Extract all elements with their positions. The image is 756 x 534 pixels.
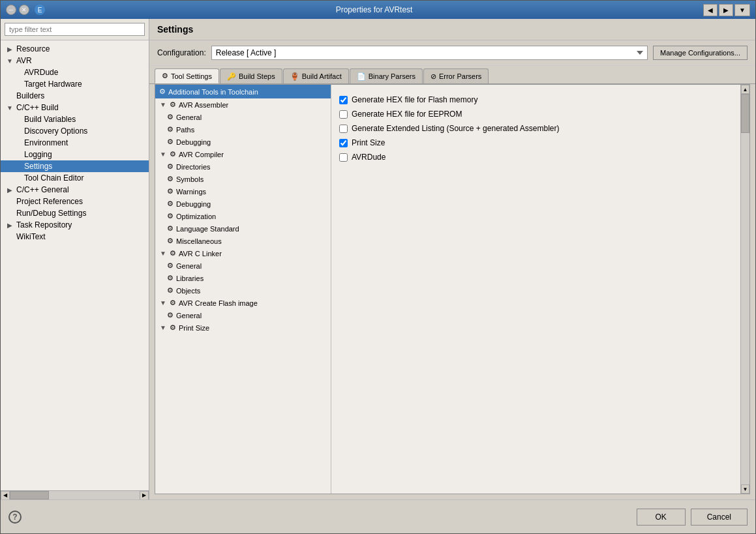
avrdude-label: AVRDude	[352, 153, 386, 162]
tab-tool-settings[interactable]: ⚙ Tool Settings	[155, 68, 219, 83]
tab-binary-parsers[interactable]: 📄 Binary Parsers	[350, 68, 423, 83]
sidebar-item-avr[interactable]: ▼ AVR	[1, 55, 149, 67]
tab-build-artifact-label: Build Artifact	[302, 72, 342, 80]
sidebar-item-wikitext[interactable]: WikiText	[1, 231, 149, 243]
sidebar-item-c-cpp-general[interactable]: ▶ C/C++ General	[1, 184, 149, 196]
config-select[interactable]: Release [ Active ]	[211, 46, 648, 60]
avrdude-checkbox[interactable]	[339, 153, 348, 162]
close-btn[interactable]: ✕	[19, 5, 29, 15]
settings-item-avr-asm-debugging[interactable]: ⚙ Debugging	[155, 136, 331, 148]
sidebar-item-c-cpp-build[interactable]: ▼ C/C++ Build	[1, 102, 149, 113]
settings-item-avr-comp-symbols[interactable]: ⚙ Symbols	[155, 173, 331, 185]
cancel-button[interactable]: Cancel	[691, 509, 748, 526]
settings-item-label: Miscellaneous	[176, 237, 222, 245]
settings-item-print-size[interactable]: ▼ ⚙ Print Size	[155, 321, 331, 334]
settings-item-avr-flash-general[interactable]: ⚙ General	[155, 309, 331, 321]
ok-button[interactable]: OK	[637, 509, 686, 526]
sidebar-item-avrdude[interactable]: AVRDude	[1, 67, 149, 78]
checkbox-row-gen-hex-eeprom: Generate HEX file for EEPROM	[339, 107, 733, 121]
gear-icon-avr-asm: ⚙	[170, 100, 176, 109]
h-scroll-left-btn[interactable]: ◀	[1, 491, 10, 500]
settings-item-avr-asm-paths[interactable]: ⚙ Paths	[155, 123, 331, 136]
sidebar-item-project-references[interactable]: Project References	[1, 196, 149, 207]
h-scroll-thumb[interactable]	[10, 491, 49, 499]
sidebar-item-target-hardware[interactable]: Target Hardware	[1, 78, 149, 90]
left-h-scrollbar[interactable]: ◀ ▶	[1, 490, 149, 499]
settings-item-avr-link-objects[interactable]: ⚙ Objects	[155, 284, 331, 297]
settings-item-avr-c-linker[interactable]: ▼ ⚙ AVR C Linker	[155, 247, 331, 260]
sidebar-item-settings[interactable]: Settings	[1, 160, 149, 172]
gear-icon-avr-link: ⚙	[170, 249, 176, 258]
binary-parsers-icon: 📄	[357, 72, 366, 81]
arrow-avr-asm: ▼	[159, 101, 167, 108]
settings-item-avr-comp-warnings[interactable]: ⚙ Warnings	[155, 185, 331, 198]
gear-icon-comp-misc: ⚙	[167, 237, 174, 245]
gear-icon-link-lib: ⚙	[167, 274, 174, 282]
settings-item-avr-comp-optimization[interactable]: ⚙ Optimization	[155, 210, 331, 222]
sidebar-item-resource[interactable]: ▶ Resource	[1, 43, 149, 55]
help-button[interactable]: ?	[8, 511, 22, 524]
settings-item-avr-link-general[interactable]: ⚙ General	[155, 260, 331, 272]
settings-item-additional-tools[interactable]: ⚙ Additional Tools in Toolchain	[155, 85, 331, 98]
settings-item-avr-comp-debugging[interactable]: ⚙ Debugging	[155, 198, 331, 210]
gen-hex-eeprom-label: Generate HEX file for EEPROM	[352, 110, 462, 119]
arrow-rd	[6, 210, 14, 217]
settings-item-avr-link-libraries[interactable]: ⚙ Libraries	[155, 272, 331, 284]
filter-input[interactable]	[5, 23, 145, 36]
sidebar-item-label: Task Repository	[16, 220, 72, 230]
arrow-wt	[6, 233, 14, 241]
settings-item-avr-comp-directories[interactable]: ⚙ Directories	[155, 160, 331, 173]
h-scroll-right-btn[interactable]: ▶	[140, 491, 149, 500]
sidebar-item-task-repository[interactable]: ▶ Task Repository	[1, 219, 149, 231]
tab-binary-parsers-label: Binary Parsers	[369, 72, 416, 80]
settings-item-label: Debugging	[176, 200, 211, 208]
v-scroll-up-btn[interactable]: ▲	[741, 85, 749, 94]
minimize-btn[interactable]: ─	[6, 5, 16, 15]
sidebar-item-tool-chain-editor[interactable]: Tool Chain Editor	[1, 172, 149, 184]
tab-build-steps-label: Build Steps	[239, 72, 275, 80]
sidebar-item-builders[interactable]: Builders	[1, 90, 149, 102]
sidebar-item-label: Logging	[24, 150, 52, 159]
settings-item-avr-assembler[interactable]: ▼ ⚙ AVR Assembler	[155, 98, 331, 111]
sidebar-item-logging[interactable]: Logging	[1, 149, 149, 160]
nav-controls: ◀ ▶ ▼	[703, 4, 750, 16]
gear-icon-additional: ⚙	[159, 87, 166, 96]
settings-item-avr-create-flash[interactable]: ▼ ⚙ AVR Create Flash image	[155, 297, 331, 309]
gear-icon-asm-gen: ⚙	[167, 113, 174, 121]
main-content: ⚙ Additional Tools in Toolchain ▼ ⚙ AVR …	[155, 84, 750, 494]
tab-build-artifact[interactable]: 🏺 Build Artifact	[283, 68, 349, 83]
gen-ext-listing-checkbox[interactable]	[339, 125, 348, 133]
gen-hex-flash-checkbox[interactable]	[339, 96, 348, 104]
v-scroll-thumb[interactable]	[741, 94, 749, 133]
sidebar-item-discovery-options[interactable]: Discovery Options	[1, 125, 149, 137]
sidebar-item-run-debug[interactable]: Run/Debug Settings	[1, 207, 149, 219]
checkbox-row-gen-hex-flash: Generate HEX file for Flash memory	[339, 93, 733, 107]
back-btn[interactable]: ◀	[703, 4, 718, 16]
settings-item-avr-comp-language[interactable]: ⚙ Language Standard	[155, 222, 331, 235]
forward-btn[interactable]: ▶	[719, 4, 733, 16]
tab-error-parsers[interactable]: ⊘ Error Parsers	[423, 68, 489, 83]
manage-configurations-button[interactable]: Manage Configurations...	[653, 46, 748, 60]
gen-ext-listing-label: Generate Extended Listing (Source + gene…	[352, 124, 560, 133]
arrow-tce	[14, 175, 22, 182]
gen-hex-eeprom-checkbox[interactable]	[339, 110, 348, 119]
arrow-env	[14, 140, 22, 147]
sidebar-item-environment[interactable]: Environment	[1, 137, 149, 149]
print-size-label: Print Size	[352, 138, 385, 147]
tab-build-steps[interactable]: 🔑 Build Steps	[220, 68, 282, 83]
menu-btn[interactable]: ▼	[734, 4, 750, 16]
settings-item-label: General	[176, 312, 202, 319]
sidebar-item-label: Resource	[16, 44, 50, 53]
arrow-bv	[14, 116, 22, 123]
v-scroll-down-btn[interactable]: ▼	[741, 484, 749, 494]
settings-item-avr-comp-misc[interactable]: ⚙ Miscellaneous	[155, 235, 331, 247]
settings-item-avr-compiler[interactable]: ▼ ⚙ AVR Compiler	[155, 148, 331, 160]
gear-icon-avr-flash: ⚙	[170, 299, 176, 307]
sidebar-item-build-variables[interactable]: Build Variables	[1, 113, 149, 125]
tab-error-parsers-label: Error Parsers	[439, 72, 481, 80]
settings-item-avr-asm-general[interactable]: ⚙ General	[155, 111, 331, 123]
print-size-checkbox[interactable]	[339, 139, 348, 147]
gear-icon-avr-comp: ⚙	[170, 150, 176, 158]
v-scrollbar[interactable]: ▲ ▼	[740, 85, 749, 494]
arrow-avr-flash: ▼	[159, 299, 167, 306]
